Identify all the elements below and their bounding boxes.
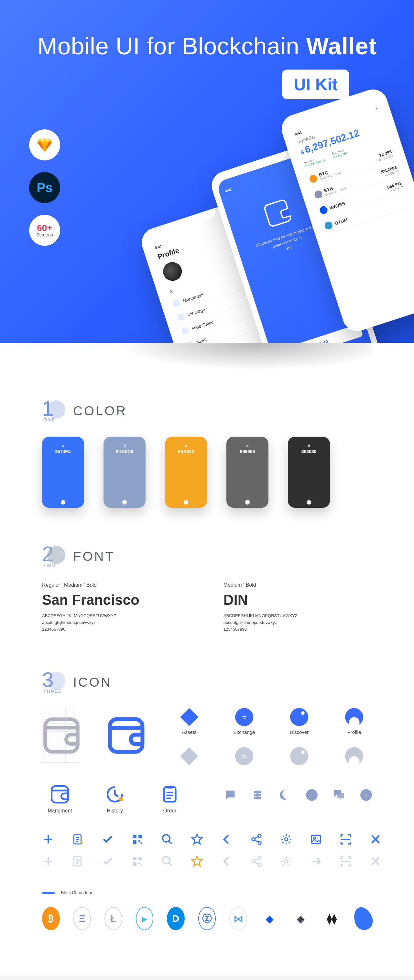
discover-icon [290,708,308,726]
svg-rect-35 [141,864,142,866]
nav-icon-grid: Assets ≈Exchange Discover Profile ≈ [171,708,372,768]
small-icons: i [225,785,372,801]
qr-icon [131,833,143,845]
nav-discover: Discover [282,708,317,735]
status-time: 9:41 [225,187,233,194]
svg-point-24 [252,838,255,841]
nav-label: Discover [282,729,317,735]
sketch-badge [29,129,60,161]
scan-icon [339,855,352,867]
font-weights: Regular ' Medium ' Bold [42,582,139,588]
screens-badge: 60+ Screens [29,215,60,246]
dot-icon [306,789,318,801]
hero-title: Mobile UI for Blockchain Wallet [0,32,414,60]
svg-point-13 [253,791,261,794]
hero-title-bold: Wallet [306,33,376,59]
font-digits: 1234567890 [223,627,298,632]
section-number-badge: 2 TWO [42,547,65,566]
svg-point-26 [258,841,261,845]
nav-profile-dim [336,747,372,768]
svg-rect-33 [133,862,137,866]
font-columns: Regular ' Medium ' Bold San Francisco AB… [42,582,372,633]
nav-label: Assets [171,729,207,735]
section-number-badge: 1 ONE [42,401,65,420]
sketch-icon [37,138,52,152]
color-swatch: #8DA0C8 [104,437,145,508]
badge-word: THREE [43,689,62,694]
crypto-network-icon: ⋈ [229,907,247,930]
plus-icon [42,833,54,845]
crypto-stratis-icon [351,905,376,932]
screens-count: 60+ [37,223,53,232]
crypto-litecoin-icon: Ł [105,907,122,930]
plus-icon: ＋ [373,106,378,111]
svg-point-37 [252,860,255,863]
list-icon [72,833,84,845]
hash: # [42,444,84,448]
svg-point-38 [258,856,261,859]
color-swatch: #F5A623 [165,437,207,508]
home-indicator [184,500,188,504]
svg-point-23 [163,835,170,842]
arrow-right-icon [310,855,322,867]
settings-icon [280,833,292,845]
forum-icon [333,789,345,801]
mid-icon-row: Mangment History Order i [42,785,372,814]
nav-exchange-dim: ≈ [226,747,262,768]
badge-number: 3 [42,668,54,692]
moon-icon [279,789,290,801]
home-indicator [307,500,311,504]
exchange-icon: ≈ [235,747,253,765]
label-text: BlockChain Icon [61,890,94,895]
settings-icon [280,855,292,867]
assets-icon [180,747,198,765]
home-indicator [61,500,65,504]
badge-word: ONE [43,417,55,422]
image-icon [310,833,322,845]
star-icon [191,833,203,845]
menu-label: Rate Calcu [191,319,214,331]
qr-icon [131,855,143,867]
font-upper: ABCDEFGHIJKLMNOPQRSTUVWXYZ [42,613,139,618]
section-number-badge: 3 THREE [42,672,65,692]
nav-exchange: ≈Exchange [226,708,262,735]
mid-label: Mangment [42,808,78,814]
chevron-left-icon [221,855,233,867]
font-lower: abcdefghijklmnopqrstuvwxyz [223,620,298,625]
coin-icon [314,189,323,199]
section-title: COLOR [73,404,127,418]
section-color-head: 1 ONE COLOR [42,401,372,420]
svg-point-14 [253,794,261,797]
nav-assets: Assets [171,708,207,735]
hex-value: 303030 [288,449,330,454]
crypto-row: ₿ΞŁ▸Dⓩ⋈◆◈⧫⧫ [42,907,372,930]
crypto-link-icon: ⧫⧫ [323,907,341,930]
crypto-dash-icon: D [167,907,185,930]
color-swatches: #3574FA#8DA0C8#F5A623#666666#303030 [42,437,372,508]
assets-icon [180,708,198,726]
font-lower: abcdefghijklmnopqrstuvwxyz [42,620,139,625]
svg-rect-8 [164,787,176,802]
hash: # [226,444,269,448]
svg-point-39 [258,863,261,867]
share-icon [250,855,263,867]
close-icon [369,855,382,867]
phone-mockups: 9:41⚙ Profile A Mangment Message Rate Ca… [118,76,414,343]
wallet-icon-blue [107,708,145,763]
nav-assets-dim [171,747,207,768]
coin-icon [309,174,318,184]
menu-label: Message [186,307,206,317]
crypto-ethereum-icon: Ξ [73,907,91,930]
hero-pill: UI Kit [282,70,349,99]
hash: # [104,444,145,448]
mid-order: Order [152,785,188,814]
svg-point-25 [258,834,261,837]
blockchain-label: BlockChain Icon [42,890,372,895]
list-icon [72,855,84,867]
font-weights: Medium ' Bold [223,582,298,588]
svg-rect-22 [141,843,142,844]
color-swatch: #303030 [288,437,330,508]
crypto-bitshares-icon: ▸ [136,907,154,930]
svg-point-17 [81,842,83,844]
svg-point-36 [163,857,170,864]
